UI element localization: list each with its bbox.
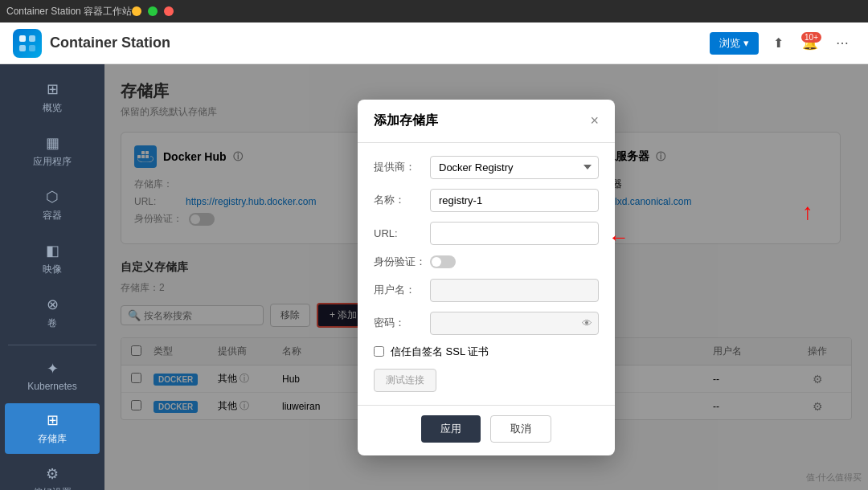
- test-connection-button[interactable]: 测试连接: [374, 369, 436, 392]
- sidebar-item-kubernetes[interactable]: ✦ Kubernetes: [5, 352, 100, 400]
- containers-icon: ⬡: [46, 188, 59, 206]
- svg-rect-3: [29, 45, 35, 51]
- header: Container Station 浏览 ▾ ⬆ 🔔 10+ ⋯: [0, 22, 868, 64]
- chevron-down-icon: ▾: [743, 37, 749, 49]
- browse-button[interactable]: 浏览 ▾: [710, 32, 759, 55]
- sidebar-item-label: 应用程序: [33, 155, 72, 169]
- images-icon: ◧: [46, 242, 59, 259]
- auth-row: 身份验证：: [374, 255, 599, 269]
- app-logo: [13, 29, 42, 58]
- ssl-row: 信任自签名 SSL 证书: [374, 345, 599, 359]
- kubernetes-icon: ✦: [47, 360, 59, 378]
- password-row: 密码： 👁: [374, 312, 599, 335]
- more-button[interactable]: ⋯: [829, 31, 855, 56]
- auth-toggle[interactable]: [430, 255, 456, 268]
- app: Container Station 浏览 ▾ ⬆ 🔔 10+ ⋯ ⊞ 概览: [0, 22, 868, 490]
- registry-icon: ⊞: [47, 411, 59, 429]
- apply-button[interactable]: 应用: [421, 415, 481, 443]
- password-label: 密码：: [374, 316, 430, 330]
- notification-badge: 10+: [801, 32, 821, 43]
- content-area: 存储库 保留的系统默认存储库: [104, 64, 868, 490]
- url-arrow-indicator: ←: [608, 225, 629, 250]
- sidebar-item-label: 存储库: [38, 432, 67, 446]
- preferences-icon: ⚙: [46, 465, 59, 483]
- titlebar-controls: [132, 6, 174, 16]
- dialog-header: 添加存储库 ×: [358, 100, 615, 143]
- sidebar-item-preferences[interactable]: ⚙ 偏好设置: [5, 457, 100, 490]
- ssl-label: 信任自签名 SSL 证书: [391, 345, 489, 359]
- sidebar-item-apps[interactable]: ▦ 应用程序: [5, 126, 100, 177]
- sidebar-item-label: 概览: [43, 101, 62, 115]
- provider-label: 提供商：: [374, 160, 430, 174]
- app-title: Container Station: [50, 35, 710, 51]
- sidebar-item-label: 映像: [43, 263, 62, 276]
- upload-button[interactable]: ⬆: [765, 31, 791, 56]
- sidebar-item-label: 卷: [47, 316, 57, 330]
- apps-icon: ▦: [46, 134, 59, 152]
- volumes-icon: ⊗: [47, 296, 59, 313]
- sidebar: ⊞ 概览 ▦ 应用程序 ⬡ 容器 ◧ 映像 ⊗ 卷 ✦ Kuberne: [0, 64, 104, 490]
- url-row: URL: ←: [374, 222, 599, 245]
- titlebar-title: Container Station 容器工作站: [6, 5, 132, 18]
- url-input[interactable]: [430, 222, 599, 245]
- sidebar-item-images[interactable]: ◧ 映像: [5, 234, 100, 284]
- more-icon: ⋯: [836, 35, 849, 51]
- username-input[interactable]: [430, 279, 599, 302]
- name-row: 名称：: [374, 189, 599, 212]
- password-input[interactable]: [430, 312, 599, 335]
- ssl-checkbox[interactable]: [374, 346, 384, 357]
- auth-label: 身份验证：: [374, 255, 430, 269]
- modal-overlay: 添加存储库 × 提供商： Docker Registry: [104, 64, 868, 490]
- username-label: 用户名：: [374, 283, 430, 297]
- svg-rect-1: [29, 35, 35, 42]
- minimize-btn[interactable]: [132, 6, 141, 16]
- titlebar: Container Station 容器工作站: [0, 0, 868, 22]
- username-row: 用户名：: [374, 279, 599, 302]
- header-actions: 浏览 ▾ ⬆ 🔔 10+ ⋯: [710, 31, 855, 56]
- sidebar-item-overview[interactable]: ⊞ 概览: [5, 72, 100, 123]
- sidebar-item-label: 容器: [43, 209, 62, 223]
- name-input[interactable]: [430, 189, 599, 212]
- sidebar-item-label: Kubernetes: [27, 381, 76, 392]
- svg-rect-2: [19, 45, 26, 51]
- provider-row: 提供商： Docker Registry: [374, 156, 599, 179]
- upload-icon: ⬆: [773, 35, 784, 51]
- svg-rect-0: [19, 35, 26, 42]
- sidebar-item-volumes[interactable]: ⊗ 卷: [5, 288, 100, 338]
- add-registry-dialog: 添加存储库 × 提供商： Docker Registry: [358, 100, 615, 455]
- dialog-body: 提供商： Docker Registry 名称： URL:: [358, 143, 615, 405]
- name-label: 名称：: [374, 193, 430, 207]
- provider-select[interactable]: Docker Registry: [430, 156, 599, 179]
- sidebar-item-registry[interactable]: ⊞ 存储库: [5, 403, 100, 454]
- close-btn[interactable]: [164, 6, 174, 16]
- body: ⊞ 概览 ▦ 应用程序 ⬡ 容器 ◧ 映像 ⊗ 卷 ✦ Kuberne: [0, 64, 868, 490]
- overview-icon: ⊞: [47, 80, 59, 98]
- dialog-footer: 应用 取消: [358, 405, 615, 455]
- notification-button[interactable]: 🔔 10+: [797, 31, 823, 56]
- eye-icon[interactable]: 👁: [582, 317, 592, 329]
- sidebar-divider: [8, 345, 96, 345]
- dialog-close-button[interactable]: ×: [590, 112, 599, 129]
- password-input-wrap: 👁: [430, 312, 599, 335]
- sidebar-item-label: 偏好设置: [33, 486, 72, 490]
- dialog-title: 添加存储库: [374, 112, 438, 129]
- maximize-btn[interactable]: [148, 6, 158, 16]
- url-label: URL:: [374, 227, 430, 239]
- sidebar-item-containers[interactable]: ⬡ 容器: [5, 180, 100, 231]
- cancel-button[interactable]: 取消: [490, 415, 551, 443]
